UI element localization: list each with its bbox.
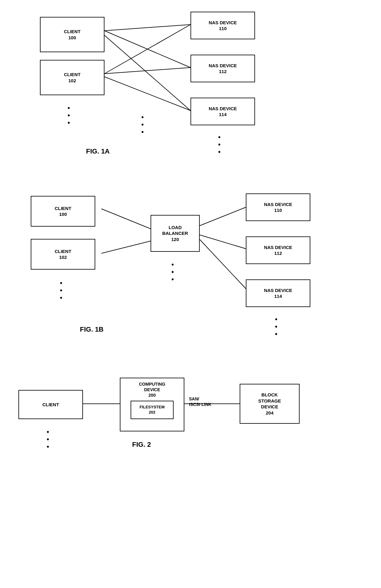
mid-dots-1a: •••: [141, 114, 144, 136]
nas-110-box-1b: NAS DEVICE110: [246, 193, 310, 221]
nas-dots-1a: •••: [218, 134, 221, 156]
svg-line-0: [104, 25, 190, 31]
fig1b-label: FIG. 1B: [80, 325, 104, 333]
nas-112-label: NAS DEVICE112: [209, 63, 237, 75]
block-storage-label: BLOCKSTORAGEDEVICE204: [258, 392, 281, 416]
svg-line-4: [104, 68, 190, 74]
client-dots-fig2: •••: [47, 428, 50, 451]
client-102-label: CLIENT102: [64, 72, 81, 84]
client-100-box: CLIENT100: [40, 17, 104, 52]
nas-114-box: NAS DEVICE114: [190, 98, 255, 125]
fig1b-diagram: CLIENT100 CLIENT102 ••• LOADBALANCER120 …: [0, 175, 381, 350]
nas-110-label: NAS DEVICE110: [209, 20, 237, 32]
svg-line-10: [200, 239, 246, 289]
client-102-box: CLIENT102: [40, 60, 104, 95]
computing-device-label: COMPUTINGDEVICE200: [139, 381, 165, 398]
svg-line-9: [200, 235, 246, 249]
client-100-box-1b: CLIENT100: [31, 196, 95, 227]
load-balancer-box: LOADBALANCER120: [151, 215, 200, 252]
svg-line-5: [104, 77, 190, 111]
nas-110-box: NAS DEVICE110: [190, 12, 255, 39]
fig2-diagram: CLIENT ••• COMPUTINGDEVICE200 FILESYSTEM…: [0, 359, 381, 464]
fig2-label: FIG. 2: [132, 441, 151, 449]
nas-114-label: NAS DEVICE114: [209, 106, 237, 118]
svg-line-7: [101, 241, 151, 253]
block-storage-box: BLOCKSTORAGEDEVICE204: [240, 384, 300, 424]
nas-112-box-1b: NAS DEVICE112: [246, 236, 310, 264]
svg-line-1: [104, 31, 190, 68]
nas-dots-1b: •••: [275, 316, 278, 338]
nas-112-box: NAS DEVICE112: [190, 55, 255, 82]
client-box-fig2: CLIENT: [18, 390, 83, 419]
fig1a-label: FIG. 1A: [86, 147, 110, 155]
client-dots-1a: •••: [68, 104, 71, 127]
client-102-label-1b: CLIENT102: [55, 248, 71, 260]
fig1a-diagram: CLIENT100 CLIENT102 ••• NAS DEVICE110 NA…: [0, 0, 381, 172]
lb-dots-1b: •••: [171, 261, 175, 283]
load-balancer-label: LOADBALANCER120: [162, 224, 188, 243]
nas-112-label-1b: NAS DEVICE112: [264, 244, 292, 256]
san-label: SAN/ISCSI LINK: [189, 396, 211, 407]
client-100-label: CLIENT100: [64, 29, 81, 41]
nas-114-box-1b: NAS DEVICE114: [246, 279, 310, 307]
svg-line-3: [104, 25, 190, 74]
filesystem-box: FILESYSTEM202: [131, 401, 174, 419]
nas-110-label-1b: NAS DEVICE110: [264, 201, 292, 213]
svg-line-6: [101, 209, 151, 229]
svg-line-8: [200, 207, 246, 226]
filesystem-label: FILESYSTEM202: [139, 405, 165, 415]
svg-line-2: [104, 35, 190, 111]
computing-device-box: COMPUTINGDEVICE200 FILESYSTEM202: [120, 378, 184, 431]
client-100-label-1b: CLIENT100: [55, 205, 71, 217]
client-label-fig2: CLIENT: [42, 402, 59, 408]
client-102-box-1b: CLIENT102: [31, 239, 95, 270]
client-dots-1b: •••: [60, 279, 63, 302]
nas-114-label-1b: NAS DEVICE114: [264, 287, 292, 299]
